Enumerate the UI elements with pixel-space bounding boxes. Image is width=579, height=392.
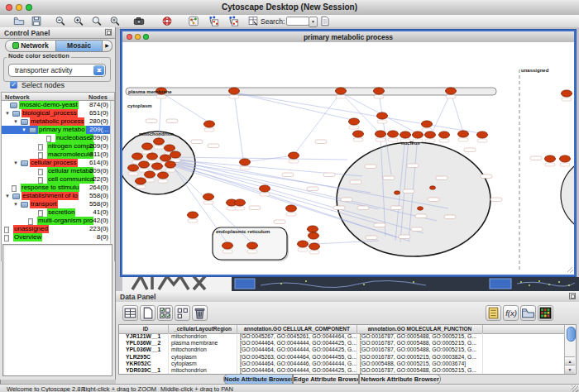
network-node[interactable]	[439, 131, 450, 138]
network-node[interactable]	[145, 171, 156, 178]
tree-scrollbar[interactable]	[110, 101, 114, 261]
zoom-out-icon[interactable]	[55, 16, 66, 26]
network-node[interactable]	[425, 131, 436, 138]
expand-arrow-icon[interactable]: ▼	[13, 159, 18, 167]
layout-transfer-a-icon[interactable]	[208, 16, 219, 26]
network-node[interactable]	[545, 155, 556, 162]
network-node[interactable]	[229, 88, 240, 94]
table-row[interactable]: YKR052Ccytoplasm[GO:0044464, GO:0044446,…	[119, 361, 565, 367]
network-node[interactable]	[422, 121, 433, 127]
network-node[interactable]	[160, 155, 171, 161]
tree-item[interactable]: nitrogen compo209(0)	[2, 142, 114, 151]
network-node[interactable]	[309, 232, 319, 239]
tree-item[interactable]: unassigned223(0)	[2, 225, 114, 233]
network-node[interactable]	[203, 194, 214, 200]
tab-mosaic[interactable]: Mosaic	[56, 40, 103, 52]
attribute-table-icon[interactable]	[122, 305, 138, 321]
tree-item[interactable]: Overview8(0)	[2, 233, 114, 241]
tree-item[interactable]: cellular metabo209(0)	[2, 167, 114, 175]
network-node[interactable]	[560, 155, 571, 162]
table-row[interactable]: YLR295Ccytoplasm[GO:0045263, GO:0044464,…	[119, 354, 565, 361]
network-canvas[interactable]: plasma membranecytoplasmmitochondrionnuc…	[122, 42, 574, 275]
network-node[interactable]	[477, 131, 488, 138]
network-node-small[interactable]	[418, 207, 423, 210]
save-icon[interactable]	[31, 16, 42, 26]
network-node[interactable]	[247, 242, 258, 249]
network-node[interactable]	[240, 159, 251, 165]
column-header[interactable]: annotation.GO CELLULAR_COMPONENT	[237, 325, 357, 333]
snapshot-camera-icon[interactable]	[133, 16, 145, 26]
float-panel-icon[interactable]	[105, 29, 112, 36]
session-page-icon[interactable]	[319, 16, 331, 26]
canvas-grip-icon[interactable]	[567, 267, 573, 273]
import-attributes-folder-icon[interactable]	[520, 305, 536, 321]
network-node[interactable]	[139, 161, 150, 168]
network-node[interactable]	[142, 143, 153, 150]
network-node-small[interactable]	[430, 186, 436, 189]
search-dropdown-button[interactable]: ▼	[309, 17, 318, 27]
network-node[interactable]	[349, 118, 360, 125]
new-attribute-icon[interactable]	[140, 305, 156, 321]
tree-item[interactable]: ▼transport558(0)	[2, 200, 114, 208]
network-node[interactable]	[308, 226, 318, 232]
network-node[interactable]	[374, 88, 385, 94]
network-node[interactable]	[260, 185, 270, 192]
network-node[interactable]	[388, 131, 399, 137]
network-node[interactable]	[165, 161, 176, 168]
network-node[interactable]	[353, 131, 364, 137]
network-window-titlebar[interactable]: primary metabolic process	[122, 31, 574, 43]
network-view-window[interactable]: primary metabolic process plasma membran…	[121, 30, 576, 276]
tree-item[interactable]: ▼cellular process614(0)	[2, 159, 114, 167]
tab-overflow-arrow[interactable]: ▶	[103, 40, 112, 52]
network-node[interactable]	[154, 138, 165, 145]
tree-item[interactable]: macromolecule311(0)	[2, 151, 114, 159]
tree-item[interactable]: cell communicat22(0)	[2, 175, 114, 184]
network-node[interactable]	[298, 241, 309, 247]
expand-arrow-icon[interactable]: ▼	[5, 192, 10, 200]
resize-grip[interactable]	[572, 385, 578, 392]
tree-item[interactable]: ▼metabolic process280(0)	[2, 117, 114, 126]
network-node[interactable]	[376, 131, 386, 137]
table-row[interactable]: YJR121W__1mitochondrion[GO:0045267, GO:0…	[119, 333, 565, 340]
network-node[interactable]	[132, 153, 143, 160]
search-input[interactable]	[286, 17, 309, 26]
network-node[interactable]	[562, 90, 572, 97]
table-row[interactable]: YPL036W__2plasma membrane[GO:0044464, GO…	[119, 340, 565, 347]
tree-item[interactable]: mosaic-demo-yeast874(0)	[2, 101, 114, 109]
zoom-selected-icon[interactable]	[109, 16, 121, 26]
tab-network[interactable]: Network	[5, 40, 56, 52]
network-node[interactable]	[165, 145, 175, 151]
network-node[interactable]	[377, 112, 388, 119]
network-node[interactable]	[136, 178, 146, 184]
expand-arrow-icon[interactable]: ▼	[22, 126, 26, 134]
float-panel-icon[interactable]	[569, 293, 576, 299]
tree-item[interactable]: response to stimulu264(0)	[2, 184, 114, 192]
scroll-down-button[interactable]: ▼	[565, 365, 575, 374]
tree-item[interactable]: ▼establishment of lo558(0)	[2, 192, 114, 200]
network-node[interactable]	[223, 242, 233, 249]
expand-arrow-icon[interactable]: ▼	[5, 109, 10, 117]
network-node[interactable]	[413, 131, 423, 138]
vizmapper-icon[interactable]	[188, 16, 199, 26]
network-node[interactable]	[458, 131, 469, 137]
network-node[interactable]	[309, 243, 320, 250]
table-row[interactable]: YPL036W__1mitochondrion[GO:0044464, GO:0…	[119, 347, 565, 353]
column-header[interactable]: annotation.GO MOLECULAR_FUNCTION	[357, 325, 483, 333]
expand-arrow-icon[interactable]: ▼	[13, 117, 18, 126]
network-node[interactable]	[188, 212, 199, 218]
network-node[interactable]	[128, 165, 139, 171]
function-builder-icon[interactable]: f(x)	[503, 305, 519, 321]
unselect-attributes-icon[interactable]	[175, 305, 190, 321]
network-node[interactable]	[446, 88, 457, 94]
delete-attribute-trash-icon[interactable]	[192, 305, 208, 321]
column-header[interactable]: _cellularLayoutRegion	[169, 325, 237, 333]
node-color-dropdown[interactable]: transporter activity	[8, 64, 106, 77]
tree-item[interactable]: multi-organism pro42(0)	[2, 217, 114, 225]
help-lifering-icon[interactable]	[161, 16, 173, 26]
network-node[interactable]	[147, 153, 158, 160]
tree-item[interactable]: nucleobase-209(0)	[2, 134, 114, 142]
zoom-in-icon[interactable]	[73, 16, 84, 26]
table-row[interactable]: YDR039C__1mitochondrion[GO:0044464, GO:0…	[119, 367, 565, 374]
network-node[interactable]	[204, 121, 215, 127]
table-scrollbar[interactable]: ▲ ▼	[564, 325, 576, 374]
